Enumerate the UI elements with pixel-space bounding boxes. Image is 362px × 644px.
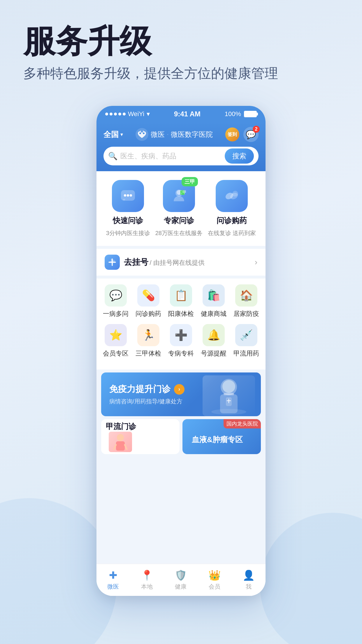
service-expert-consult[interactable]: 三甲 三甲 专家问诊 28万医生在线服务: [155, 180, 203, 237]
quick-services: 快速问诊 3分钟内医生接诊 三甲: [96, 171, 266, 246]
local-nav-icon: 📍: [141, 569, 153, 581]
page-subtitle: 多种特色服务升级，提供全方位的健康管理: [23, 64, 339, 83]
pharmacy-name: 问诊购药: [217, 216, 247, 226]
nav-item-local[interactable]: 📍 本地: [141, 569, 153, 591]
svg-rect-20: [224, 393, 234, 395]
logo-divider: ·: [167, 132, 168, 137]
quick-consult-desc: 3分钟内医生接诊: [106, 229, 150, 237]
location-button[interactable]: 全国 ▾: [103, 130, 123, 140]
promo-arrow-btn: ›: [174, 384, 184, 395]
logo-brand: 微医: [151, 130, 165, 139]
app-logo: 微医 · 微医数字医院: [136, 128, 212, 141]
card-flu-clinic[interactable]: 甲流门诊: [101, 419, 180, 454]
blood-tumor-title: 血液&肿瘤专区: [187, 430, 247, 449]
service-icon-wrap: [112, 180, 144, 212]
signin-button[interactable]: 签到: [225, 127, 239, 141]
flu-medicine-label: 甲流用药: [233, 349, 259, 358]
promo-image: [203, 375, 255, 416]
app-header: 全国 ▾ 微医: [96, 122, 266, 171]
health-nav-icon: 🛡️: [175, 569, 187, 581]
wifi-icon: ▾: [147, 110, 150, 118]
page-header: 服务升级 多种特色服务升级，提供全方位的健康管理: [0, 0, 362, 94]
page-title: 服务升级: [23, 23, 339, 59]
location-text: 全国: [103, 130, 119, 140]
bottom-nav: ✚ 微医 📍 本地 🛡️ 健康 👑 会员 👤 我: [96, 564, 266, 596]
battery-fill: [245, 111, 256, 117]
signal-dot: [105, 113, 108, 116]
menu-item-health-check[interactable]: 📋 阳康体检: [165, 284, 197, 318]
menu-item-multi-consult[interactable]: 💬 一病多问: [99, 284, 132, 318]
svg-text:三甲: 三甲: [178, 190, 187, 195]
message-badge: 2: [253, 126, 260, 133]
specialist-icon: ➕: [170, 324, 192, 346]
svg-point-4: [124, 194, 126, 197]
local-nav-label: 本地: [141, 583, 153, 591]
card-blood-tumor[interactable]: 血液&肿瘤专区 国内龙头医院: [182, 419, 261, 454]
member-nav-label: 会员: [209, 583, 220, 591]
registration-banner[interactable]: 去挂号 / 由挂号网在线提供 ›: [96, 249, 266, 276]
search-button[interactable]: 搜索: [225, 148, 254, 164]
doctor-icon-svg: 三甲: [171, 188, 187, 204]
flu-clinic-content: 甲流门诊: [106, 421, 136, 452]
health-check-label: 阳康体检: [168, 309, 194, 318]
slot-reminder-icon: 🔔: [203, 324, 225, 346]
svg-point-14: [232, 191, 238, 197]
signal-dots: [105, 113, 126, 116]
pharmacy-desc: 在线复诊 送药到家: [208, 229, 256, 237]
me-nav-label: 我: [246, 583, 252, 591]
service-pharmacy[interactable]: 问诊购药 在线复诊 送药到家: [208, 180, 256, 237]
svg-marker-15: [110, 258, 115, 264]
scrollable-content: 快速问诊 3分钟内医生接诊 三甲: [96, 171, 266, 564]
header-top: 全国 ▾ 微医: [103, 127, 259, 142]
nav-item-health[interactable]: 🛡️ 健康: [175, 569, 187, 591]
search-placeholder: 医生、疾病、药品: [120, 151, 225, 161]
svg-point-6: [130, 194, 132, 197]
home-nav-label: 微医: [107, 583, 119, 591]
menu-item-slot-reminder[interactable]: 🔔 号源提醒: [197, 324, 230, 358]
multi-consult-label: 一病多问: [103, 309, 129, 318]
reg-icon: [105, 255, 120, 270]
battery-percent: 100%: [225, 110, 241, 118]
menu-item-consult-drug[interactable]: 💊 问诊购药: [132, 284, 165, 318]
vip-label: 会员专区: [103, 349, 129, 358]
phone-frame: WeiYi ▾ 9:41 AM 100% 全国: [96, 106, 266, 596]
specialist-label: 专病专科: [168, 349, 194, 358]
expert-consult-desc: 28万医生在线服务: [155, 229, 203, 237]
status-time: 9:41 AM: [174, 110, 201, 118]
menu-item-grade-check[interactable]: 🏃 三甲体检: [132, 324, 165, 358]
promo-title: 免疫力提升门诊 ›: [109, 383, 184, 395]
menu-row-2: ⭐ 会员专区 🏃 三甲体检 ➕ 专病专科 🔔: [99, 324, 263, 358]
nav-item-member[interactable]: 👑 会员: [208, 569, 221, 591]
location-arrow-icon: ▾: [120, 131, 123, 138]
signal-dot: [118, 113, 121, 116]
service-icon-wrap-3: [216, 180, 248, 212]
home-prevention-icon: 🏠: [235, 284, 257, 307]
menu-item-specialist[interactable]: ➕ 专病专科: [165, 324, 197, 358]
menu-item-vip[interactable]: ⭐ 会员专区: [99, 324, 132, 358]
status-left: WeiYi ▾: [105, 110, 150, 118]
expert-badge: 三甲: [182, 177, 198, 186]
service-quick-consult[interactable]: 快速问诊 3分钟内医生接诊: [106, 180, 150, 237]
status-bar: WeiYi ▾ 9:41 AM 100%: [96, 106, 266, 122]
doctor-illustration: [205, 377, 252, 415]
menu-item-home-prevention[interactable]: 🏠 居家防疫: [230, 284, 263, 318]
message-button[interactable]: 💬 2: [243, 127, 259, 142]
menu-item-health-mall[interactable]: 🛍️ 健康商城: [197, 284, 230, 318]
nav-item-home[interactable]: ✚ 微医: [107, 569, 119, 591]
nav-item-me[interactable]: 👤 我: [242, 569, 255, 591]
svg-point-5: [127, 194, 129, 197]
battery-icon: [244, 111, 257, 117]
svg-point-19: [222, 380, 235, 393]
menu-grid: 💬 一病多问 💊 问诊购药 📋 阳康体检 🛍️: [96, 279, 266, 370]
flu-image: [109, 432, 132, 452]
home-prevention-label: 居家防疫: [233, 309, 259, 318]
menu-item-flu-medicine[interactable]: 💉 甲流用药: [230, 324, 263, 358]
grade-check-label: 三甲体检: [136, 349, 161, 358]
consult-drug-icon: 💊: [137, 284, 159, 307]
search-bar[interactable]: 🔍 医生、疾病、药品 搜索: [103, 147, 259, 165]
signal-dot: [110, 113, 113, 116]
svg-rect-25: [116, 441, 125, 451]
promo-banner[interactable]: 免疫力提升门诊 › 病情咨询/用药指导/健康处方: [101, 372, 261, 416]
reg-subtitle: / 由挂号网在线提供: [150, 259, 204, 266]
card-tag: 国内龙头医院: [224, 419, 261, 428]
